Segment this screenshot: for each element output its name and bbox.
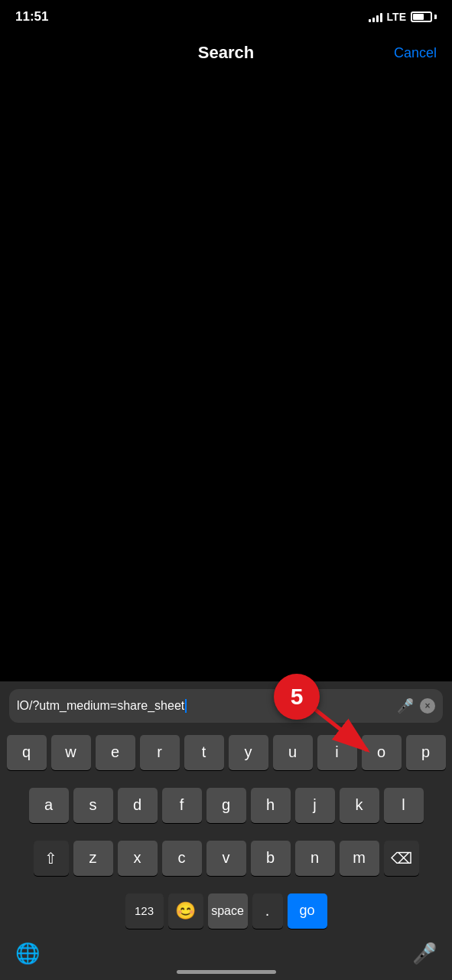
key-b[interactable]: b: [251, 841, 291, 876]
key-a[interactable]: a: [29, 788, 69, 823]
clear-button[interactable]: ×: [420, 698, 435, 714]
cancel-button[interactable]: Cancel: [394, 45, 437, 61]
keyboard-row-4: 123 😊 space . go: [3, 887, 449, 934]
keyboard-row-2: a s d f g h j k l: [3, 782, 449, 828]
svg-line-1: [314, 708, 367, 750]
space-key[interactable]: space: [208, 893, 248, 929]
lte-indicator: LTE: [387, 11, 406, 23]
search-bar: lO/?utm_medium=share_sheet 🎤 ×: [0, 681, 452, 729]
period-key[interactable]: .: [252, 893, 283, 929]
dictation-mic-icon[interactable]: 🎤: [412, 942, 437, 965]
key-n[interactable]: n: [295, 841, 335, 876]
status-bar: 11:51 LTE: [0, 0, 452, 34]
key-k[interactable]: k: [340, 788, 379, 823]
go-key[interactable]: go: [288, 893, 327, 929]
key-j[interactable]: j: [295, 788, 335, 823]
backspace-key[interactable]: ⌫: [384, 841, 419, 876]
key-w[interactable]: w: [51, 735, 91, 770]
key-m[interactable]: m: [340, 841, 379, 876]
page-title: Search: [198, 43, 254, 63]
status-time: 11:51: [15, 9, 48, 24]
annotation-arrow: [306, 701, 382, 762]
shift-key[interactable]: ⇧: [34, 841, 69, 876]
backspace-icon: ⌫: [391, 849, 412, 867]
globe-icon[interactable]: 🌐: [15, 942, 40, 965]
keyboard-row-3: ⇧ z x c v b n m ⌫: [3, 835, 449, 881]
header: Search Cancel: [0, 34, 452, 72]
key-d[interactable]: d: [118, 788, 158, 823]
key-r[interactable]: r: [140, 735, 180, 770]
key-g[interactable]: g: [206, 788, 246, 823]
key-c[interactable]: c: [162, 841, 202, 876]
emoji-icon: 😊: [175, 901, 196, 921]
key-t[interactable]: t: [184, 735, 224, 770]
main-content: [0, 72, 452, 681]
key-y[interactable]: y: [229, 735, 268, 770]
shift-icon: ⇧: [44, 849, 57, 867]
keyboard-area: lO/?utm_medium=share_sheet 🎤 × q w e r t…: [0, 681, 452, 980]
key-s[interactable]: s: [73, 788, 113, 823]
key-f[interactable]: f: [162, 788, 202, 823]
key-h[interactable]: h: [251, 788, 291, 823]
key-v[interactable]: v: [206, 841, 246, 876]
key-q[interactable]: q: [7, 735, 47, 770]
annotation-circle-5: 5: [274, 674, 320, 720]
key-z[interactable]: z: [73, 841, 113, 876]
key-l[interactable]: l: [384, 788, 424, 823]
keyboard-rows: q w e r t y u i o p a s d f g h j k l ⇧: [0, 729, 452, 934]
numbers-key[interactable]: 123: [125, 893, 164, 929]
battery-icon: [411, 11, 437, 22]
key-p[interactable]: p: [406, 735, 446, 770]
mic-icon[interactable]: 🎤: [397, 697, 414, 714]
key-e[interactable]: e: [96, 735, 135, 770]
emoji-key[interactable]: 😊: [168, 893, 203, 929]
key-x[interactable]: x: [118, 841, 158, 876]
text-cursor: [185, 699, 187, 713]
signal-bars-icon: [369, 11, 382, 22]
home-indicator: [177, 970, 276, 974]
status-icons: LTE: [369, 11, 437, 23]
